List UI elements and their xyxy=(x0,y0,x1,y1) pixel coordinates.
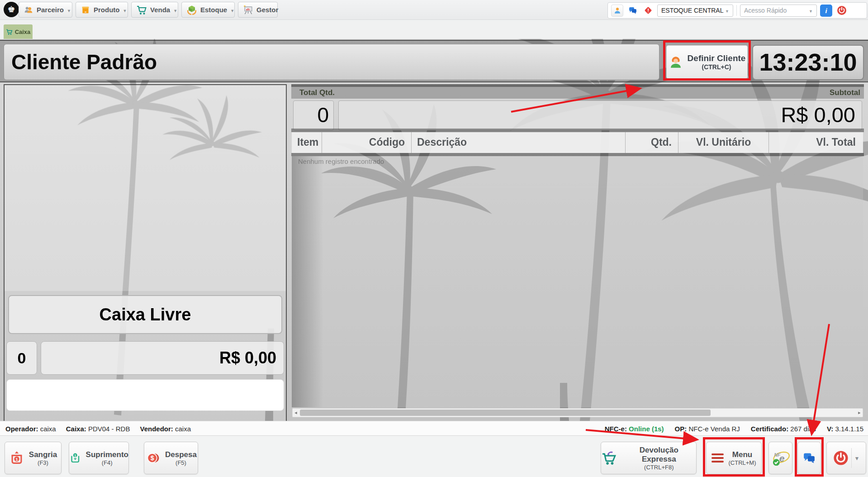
cash-out-icon: 1 xyxy=(9,450,24,466)
status-certificate: Certificado: 267 dias xyxy=(751,425,816,433)
menu-shortcut: (CTRL+M) xyxy=(728,459,756,466)
nav-estoque[interactable]: Estoque xyxy=(181,2,235,18)
quick-access-placeholder: Acesso Rápido xyxy=(744,7,787,14)
total-qty-label: Total Qtd. xyxy=(299,88,335,97)
nav-venda-label: Venda xyxy=(150,6,170,14)
define-client-shortcut: (CTRL+C) xyxy=(688,63,746,71)
user-profile-button[interactable] xyxy=(611,5,623,17)
menu-button[interactable]: Menu (CTRL+M) xyxy=(706,442,762,474)
chat-bubbles-icon xyxy=(802,451,816,465)
subtotal-value: R$ 0,00 xyxy=(338,100,862,130)
bottom-action-bar: 1 Sangria (F3) 1 Suprimento (F4) $ Despe… xyxy=(0,435,868,477)
operator-value: caixa xyxy=(40,425,56,433)
hamburger-menu-icon xyxy=(711,453,724,463)
column-header-descricao: Descrição xyxy=(412,132,626,153)
chevron-down-icon xyxy=(230,6,234,14)
suprimento-button[interactable]: 1 Suprimento (F4) xyxy=(69,442,129,474)
store-select-value: ESTOQUE CENTRAL xyxy=(661,7,723,14)
menu-label: Menu xyxy=(728,450,756,459)
client-strip: Cliente Padrão Definir Cliente (CTRL+C) … xyxy=(0,40,868,82)
horizontal-scrollbar[interactable] xyxy=(292,408,863,417)
operator-label: Operador: xyxy=(5,425,38,433)
svg-text:1: 1 xyxy=(15,457,18,462)
support-chat-button[interactable] xyxy=(797,442,821,474)
nav-venda[interactable]: Venda xyxy=(131,2,178,18)
items-table-header: Item Código Descrição Qtd. Vl. Unitário … xyxy=(292,132,863,153)
quick-access-select[interactable]: Acesso Rápido xyxy=(740,5,817,17)
divider xyxy=(736,5,737,16)
stock-cube-icon xyxy=(186,5,197,15)
status-nfce: NFC-e: Online (1s) xyxy=(605,425,664,433)
chevron-down-icon[interactable] xyxy=(854,454,860,462)
exit-button[interactable] xyxy=(826,442,866,474)
cashier-item-count: 0 xyxy=(6,341,37,375)
client-name: Cliente Padrão xyxy=(4,44,659,80)
cashier-total: R$ 0,00 xyxy=(41,341,284,375)
sangria-label: Sangria xyxy=(29,450,57,459)
cashier-label: Caixa: xyxy=(66,425,86,433)
dashboard-easel-icon xyxy=(243,5,253,15)
pos-screen: ♚ Parceiro Produto Venda xyxy=(0,0,868,477)
seller-label: Vendedor: xyxy=(140,425,173,433)
divider xyxy=(291,129,864,132)
column-header-item: Item xyxy=(292,132,322,153)
nav-produto[interactable]: Produto xyxy=(76,2,128,18)
column-header-qtd: Qtd. xyxy=(626,132,678,153)
logout-button[interactable] xyxy=(835,5,848,17)
divider xyxy=(851,448,852,468)
subtotal-label: Subtotal xyxy=(830,88,860,97)
status-seller: Vendedor: caixa xyxy=(140,425,191,433)
scrollbar-thumb[interactable] xyxy=(300,410,711,416)
column-header-vl-unitario: Vl. Unitário xyxy=(678,132,769,153)
app-logo-crown-icon[interactable]: ♚ xyxy=(4,2,19,17)
store-select[interactable]: ESTOQUE CENTRAL xyxy=(657,5,733,17)
tab-caixa[interactable]: Caixa xyxy=(4,24,33,39)
seller-value: caixa xyxy=(175,425,191,433)
svg-text:1: 1 xyxy=(74,453,76,458)
define-client-label: Definir Cliente xyxy=(688,53,746,63)
nfe-status-button[interactable]: NFe xyxy=(768,442,792,474)
info-button[interactable]: i xyxy=(820,5,832,17)
svg-text:$: $ xyxy=(151,454,154,462)
scroll-right-arrow-icon[interactable] xyxy=(856,409,863,417)
cashier-panel-image xyxy=(5,85,286,291)
cash-in-icon: 1 xyxy=(69,450,81,466)
alerts-button[interactable] xyxy=(642,5,654,17)
client-avatar-icon xyxy=(669,55,683,69)
devolucao-label: Devolução Expressa xyxy=(622,446,696,464)
version-label: V: xyxy=(827,425,833,433)
certificate-label: Certificado: xyxy=(751,425,788,433)
tab-bar: Caixa xyxy=(0,20,868,39)
chat-button[interactable] xyxy=(626,5,639,17)
certificate-value: 267 dias xyxy=(790,425,816,433)
power-icon xyxy=(833,450,849,466)
chevron-down-icon xyxy=(809,7,813,14)
cart-icon xyxy=(6,29,13,35)
nfe-logo-icon: NFe xyxy=(771,448,790,467)
despesa-button[interactable]: $ Despesa (F5) xyxy=(144,442,198,474)
cashier-value: PDV04 - RDB xyxy=(88,425,130,433)
sangria-shortcut: (F3) xyxy=(29,459,57,466)
product-input-box[interactable] xyxy=(6,379,284,411)
main-area: Cliente Padrão Definir Cliente (CTRL+C) … xyxy=(0,39,868,421)
divider xyxy=(291,153,864,156)
alert-diamond-icon xyxy=(644,6,653,15)
scroll-left-arrow-icon[interactable] xyxy=(293,409,299,417)
quick-access-panel: ESTOQUE CENTRAL Acesso Rápido i xyxy=(607,2,867,19)
totals-strip: Total Qtd. Subtotal xyxy=(291,87,864,99)
nfce-label: NFC-e: xyxy=(605,425,627,433)
total-qty-value: 0 xyxy=(293,100,334,130)
status-bar: Operador: caixa Caixa: PDV04 - RDB Vende… xyxy=(0,421,868,435)
top-menu-bar: ♚ Parceiro Produto Venda xyxy=(0,0,868,20)
status-cashier: Caixa: PDV04 - RDB xyxy=(66,425,130,433)
nav-parceiro[interactable]: Parceiro xyxy=(19,2,72,18)
devolucao-expressa-button[interactable]: Devolução Expressa (CTRL+F8) xyxy=(601,442,697,474)
define-client-button[interactable]: Definir Cliente (CTRL+C) xyxy=(666,45,748,79)
version-value: 3.14.1.15 xyxy=(835,425,863,433)
nfce-status-value: Online (1s) xyxy=(629,425,664,433)
chat-bubbles-icon xyxy=(628,6,637,15)
suprimento-shortcut: (F4) xyxy=(86,459,128,466)
sangria-button[interactable]: 1 Sangria (F3) xyxy=(5,442,62,474)
nav-gestor[interactable]: Gestor xyxy=(238,2,278,18)
nav-produto-label: Produto xyxy=(94,6,120,14)
